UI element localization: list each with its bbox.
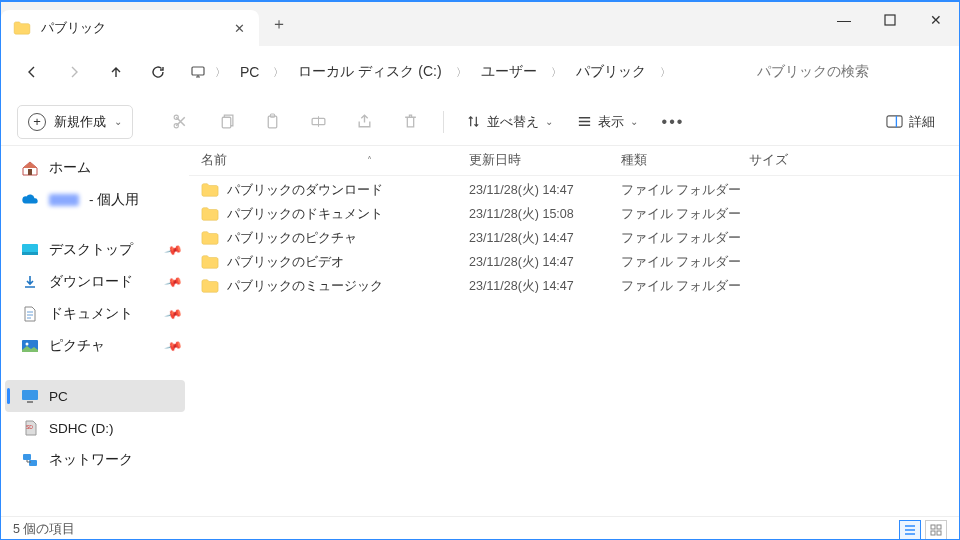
chevron-right-icon[interactable]: 〉 [454, 65, 469, 80]
download-icon [21, 274, 39, 290]
status-bar: 5 個の項目 [1, 516, 959, 540]
folder-icon [13, 21, 31, 35]
pictures-icon [21, 338, 39, 354]
chevron-down-icon: ⌄ [114, 116, 122, 127]
sidebar: ホーム - 個人用 デスクトップ 📌 ダウンロード 📌 ドキュメント 📌 ピクチ… [1, 146, 189, 516]
thumbnails-view-button[interactable] [925, 520, 947, 540]
file-type: ファイル フォルダー [621, 278, 749, 295]
breadcrumb-seg[interactable]: PC [234, 60, 265, 84]
file-date: 23/11/28(火) 14:47 [469, 230, 621, 247]
file-name: パブリックのミュージック [227, 277, 383, 295]
close-window-button[interactable]: ✕ [913, 2, 959, 38]
content-area: ホーム - 個人用 デスクトップ 📌 ダウンロード 📌 ドキュメント 📌 ピクチ… [1, 146, 959, 516]
svg-rect-17 [29, 460, 37, 466]
sidebar-item-pc[interactable]: PC [5, 380, 185, 412]
svg-rect-0 [885, 15, 895, 25]
paste-icon[interactable] [253, 104, 291, 140]
sidebar-item-documents[interactable]: ドキュメント 📌 [1, 298, 189, 330]
col-date[interactable]: 更新日時 [469, 152, 621, 169]
delete-icon[interactable] [391, 104, 429, 140]
sidebar-label: - 個人用 [89, 191, 139, 209]
refresh-button[interactable] [139, 54, 177, 90]
sidebar-item-downloads[interactable]: ダウンロード 📌 [1, 266, 189, 298]
svg-rect-5 [268, 116, 277, 128]
breadcrumb-seg[interactable]: パブリック [570, 59, 652, 85]
sidebar-label: ピクチャ [49, 337, 105, 355]
svg-rect-9 [28, 169, 32, 175]
tab-title: パブリック [41, 19, 221, 37]
sort-asc-icon: ˄ [367, 155, 372, 166]
file-date: 23/11/28(火) 15:08 [469, 206, 621, 223]
file-row[interactable]: パブリックのドキュメント23/11/28(火) 15:08ファイル フォルダー [189, 202, 959, 226]
file-list: 名前˄ 更新日時 種類 サイズ パブリックのダウンロード23/11/28(火) … [189, 146, 959, 516]
file-row[interactable]: パブリックのピクチャ23/11/28(火) 14:47ファイル フォルダー [189, 226, 959, 250]
col-size[interactable]: サイズ [749, 152, 959, 169]
breadcrumb-seg[interactable]: ユーザー [475, 59, 543, 85]
sd-card-icon: SD [21, 420, 39, 436]
window-tab[interactable]: パブリック ✕ [1, 10, 259, 46]
file-name: パブリックのドキュメント [227, 205, 383, 223]
file-type: ファイル フォルダー [621, 230, 749, 247]
sidebar-item-home[interactable]: ホーム [1, 152, 189, 184]
details-view-button[interactable] [899, 520, 921, 540]
new-tab-button[interactable]: ＋ [259, 2, 299, 46]
sort-icon [466, 114, 481, 129]
file-row[interactable]: パブリックのミュージック23/11/28(火) 14:47ファイル フォルダー [189, 274, 959, 298]
file-date: 23/11/28(火) 14:47 [469, 254, 621, 271]
svg-rect-14 [22, 390, 38, 400]
sidebar-label: ドキュメント [49, 305, 133, 323]
sidebar-item-network[interactable]: ネットワーク [1, 444, 189, 476]
address-bar[interactable]: 〉 PC 〉 ローカル ディスク (C:) 〉 ユーザー 〉 パブリック 〉 [181, 54, 743, 90]
view-button[interactable]: 表示 ⌄ [569, 104, 646, 140]
rename-icon[interactable] [299, 104, 337, 140]
chevron-right-icon[interactable]: 〉 [549, 65, 564, 80]
details-pane-button[interactable]: 詳細 [878, 104, 943, 140]
file-row[interactable]: パブリックのビデオ23/11/28(火) 14:47ファイル フォルダー [189, 250, 959, 274]
col-name[interactable]: 名前 [201, 152, 227, 169]
pc-icon [21, 388, 39, 404]
minimize-button[interactable]: — [821, 2, 867, 38]
chevron-right-icon[interactable]: 〉 [271, 65, 286, 80]
maximize-button[interactable] [867, 2, 913, 38]
sort-label: 並べ替え [487, 113, 539, 131]
search-input[interactable]: パブリックの検索 [747, 54, 947, 90]
title-bar: パブリック ✕ ＋ — ✕ [1, 2, 959, 46]
sidebar-item-sdhc[interactable]: SD SDHC (D:) [1, 412, 189, 444]
sidebar-label: デスクトップ [49, 241, 133, 259]
pin-icon: 📌 [164, 272, 184, 292]
sidebar-item-pictures[interactable]: ピクチャ 📌 [1, 330, 189, 362]
chevron-right-icon[interactable]: 〉 [658, 65, 673, 80]
cut-icon[interactable] [161, 104, 199, 140]
plus-icon: + [28, 113, 46, 131]
file-row[interactable]: パブリックのダウンロード23/11/28(火) 14:47ファイル フォルダー [189, 178, 959, 202]
file-name: パブリックのダウンロード [227, 181, 383, 199]
file-type: ファイル フォルダー [621, 254, 749, 271]
folder-icon [201, 230, 219, 246]
sort-button[interactable]: 並べ替え ⌄ [458, 104, 561, 140]
close-tab-icon[interactable]: ✕ [231, 21, 247, 36]
sidebar-item-onedrive[interactable]: - 個人用 [1, 184, 189, 216]
new-label: 新規作成 [54, 113, 106, 131]
up-button[interactable] [97, 54, 135, 90]
svg-text:SD: SD [26, 424, 33, 430]
file-date: 23/11/28(火) 14:47 [469, 182, 621, 199]
file-name: パブリックのビデオ [227, 253, 344, 271]
sidebar-label: ホーム [49, 159, 91, 177]
more-button[interactable]: ••• [654, 104, 692, 140]
item-count: 5 個の項目 [13, 521, 75, 538]
copy-icon[interactable] [207, 104, 245, 140]
column-headers[interactable]: 名前˄ 更新日時 種類 サイズ [189, 146, 959, 176]
col-type[interactable]: 種類 [621, 152, 749, 169]
forward-button[interactable] [55, 54, 93, 90]
pin-icon: 📌 [164, 240, 184, 260]
pin-icon: 📌 [164, 336, 184, 356]
breadcrumb-seg[interactable]: ローカル ディスク (C:) [292, 59, 447, 85]
back-button[interactable] [13, 54, 51, 90]
svg-rect-1 [192, 67, 204, 75]
chevron-right-icon[interactable]: 〉 [213, 65, 228, 80]
new-button[interactable]: + 新規作成 ⌄ [17, 105, 133, 139]
svg-rect-20 [931, 531, 935, 535]
share-icon[interactable] [345, 104, 383, 140]
view-label: 表示 [598, 113, 624, 131]
sidebar-item-desktop[interactable]: デスクトップ 📌 [1, 234, 189, 266]
